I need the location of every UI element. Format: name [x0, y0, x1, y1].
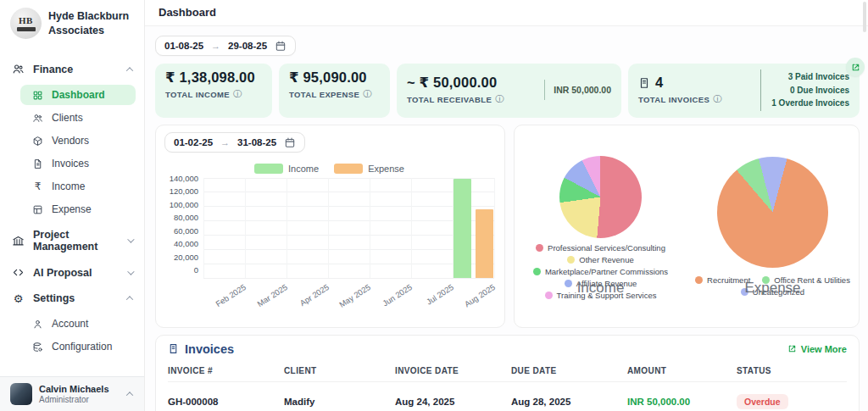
stats-row: ₹ 1,38,098.00 TOTAL INCOME ⓘ ₹ 95,090.00… [155, 64, 860, 118]
pie-legend-item[interactable]: Professional Services/Consulting [536, 243, 665, 253]
total-expense-label: TOTAL EXPENSE ⓘ [289, 88, 380, 100]
bar-y-axis: 140,000120,000100,00080,00060,00040,0002… [164, 175, 203, 275]
page-title: Dashboard [145, 0, 868, 26]
charts-row: 01-02-25 → 31-08-25 IncomeExpense 140,00… [155, 125, 860, 328]
legend-swatch [254, 164, 283, 174]
pie-legend-item[interactable]: Training & Support Services [545, 291, 657, 300]
sidebar-item-invoices[interactable]: Invoices [20, 153, 136, 174]
total-invoices-value: 4 [638, 75, 722, 91]
total-income-value: ₹ 1,38,098.00 [165, 69, 262, 86]
view-more-link[interactable]: View More [787, 344, 847, 354]
external-link-icon [851, 63, 860, 72]
summary-date-range[interactable]: 01-08-25 → 29-08-25 [155, 36, 296, 56]
column-header: STATUS [737, 359, 847, 382]
scrollbar-thumb[interactable] [863, 2, 866, 32]
table-row[interactable]: GH-000008MadifyAug 24, 2025Aug 28, 2025I… [168, 386, 847, 411]
pie-legend-item[interactable]: Other Revenue [567, 255, 633, 264]
x-axis-label: Feb 2025 [214, 282, 248, 308]
y-axis-tick: 100,000 [164, 201, 198, 209]
pie-legend-item[interactable]: Recruitment [695, 275, 750, 285]
external-link-icon [787, 344, 797, 353]
sidebar-item-expense[interactable]: Expense [20, 199, 136, 219]
x-axis-label: Jul 2025 [425, 282, 455, 307]
item-label: Dashboard [52, 89, 105, 101]
logo-band [17, 27, 36, 31]
info-icon[interactable]: ⓘ [233, 88, 242, 100]
legend-dot [741, 288, 748, 296]
pie-legend-item[interactable]: Affiliate Revenue [565, 279, 637, 288]
column-header: INVOICE DATE [395, 359, 511, 382]
total-income-card: ₹ 1,38,098.00 TOTAL INCOME ⓘ [155, 64, 272, 118]
sidebar-item-account[interactable]: Account [20, 314, 136, 334]
x-axis-label: Apr 2025 [298, 282, 331, 308]
person-icon [32, 319, 43, 330]
column-header: AMOUNT [627, 359, 737, 382]
invoice-breakdown: 3 Paid Invoices 0 Due Invoices 1 Overdue… [760, 69, 849, 111]
legend-dot [567, 256, 575, 264]
info-icon[interactable]: ⓘ [713, 93, 721, 105]
sidebar-item-clients[interactable]: Clients [20, 108, 136, 128]
pie-legend-item[interactable]: Office Rent & Utilities [762, 275, 850, 285]
sidebar-item-income[interactable]: ₹ Income [20, 176, 136, 197]
pie-legend-item[interactable]: Marketplace/Partner Commissions [533, 267, 668, 276]
legend-item-expense[interactable]: Expense [334, 164, 404, 174]
building-icon [12, 235, 25, 247]
x-axis-label: Jun 2025 [381, 282, 414, 308]
y-axis-tick: 80,000 [164, 214, 198, 222]
bar-income [453, 179, 471, 277]
logo-monogram: HB [19, 16, 33, 25]
due-invoices-count: 0 Due Invoices [771, 84, 849, 97]
column-header: DUE DATE [511, 359, 627, 382]
item-label: Account [52, 318, 88, 330]
arrow-icon: → [220, 137, 230, 147]
income-pie-section: Professional Services/ConsultingOther Re… [515, 125, 687, 327]
calendar-icon [284, 136, 296, 148]
vendors-box-icon [32, 136, 43, 147]
chevron-up-icon [126, 392, 133, 398]
sidebar-item-configuration[interactable]: Configuration [20, 336, 136, 357]
sidebar-item-vendors[interactable]: Vendors [20, 131, 136, 151]
chevron-up-icon [126, 67, 133, 74]
chevron-up-icon [126, 296, 133, 303]
sidebar-group-finance[interactable]: Finance [0, 56, 144, 82]
calendar-icon [275, 40, 287, 52]
sidebar-group-settings[interactable]: ⚙ Settings [0, 286, 144, 311]
amount: INR 50,000.00 [627, 386, 737, 411]
item-label: Income [52, 181, 85, 192]
chart-date-range[interactable]: 01-02-25 → 31-08-25 [164, 132, 305, 153]
item-label: Invoices [52, 158, 89, 169]
pie-legend-item[interactable]: Uncategorized [741, 287, 804, 297]
info-icon[interactable]: ⓘ [495, 93, 504, 105]
legend-dot [536, 244, 543, 252]
pie-income-chart [559, 156, 642, 238]
due-date: Aug 28, 2025 [511, 386, 627, 411]
info-icon[interactable]: ⓘ [363, 88, 371, 100]
chevron-down-icon [127, 268, 134, 275]
range-end: 29-08-25 [228, 41, 267, 51]
legend-item-income[interactable]: Income [254, 164, 319, 174]
dashboard-grid-icon [32, 90, 43, 101]
item-label: Clients [52, 112, 83, 124]
open-invoices-button[interactable] [846, 58, 865, 76]
y-axis-tick: 140,000 [164, 175, 198, 183]
total-income-label: TOTAL INCOME ⓘ [165, 88, 262, 100]
x-axis-label: Mar 2025 [255, 282, 289, 308]
user-menu[interactable]: Calvin Michaels Administrator [0, 376, 144, 411]
gear-icon: ⚙ [12, 293, 25, 304]
overdue-invoices-count: 1 Overdue Invoices [771, 97, 849, 110]
item-label: Vendors [52, 135, 89, 147]
sidebar-item-dashboard[interactable]: Dashboard [20, 85, 136, 105]
group-label: Finance [33, 64, 73, 75]
group-label: AI Proposal [33, 267, 92, 279]
sidebar-group-project-management[interactable]: Project Management [0, 222, 144, 259]
clients-icon [32, 113, 43, 124]
invoices-panel-title: Invoices [168, 342, 234, 356]
income-expense-bar-chart-card: 01-02-25 → 31-08-25 IncomeExpense 140,00… [155, 125, 505, 328]
x-axis-label: May 2025 [337, 282, 372, 309]
sidebar-group-ai-proposal[interactable]: AI Proposal [0, 259, 144, 286]
company-logo: HB [10, 8, 42, 39]
column-header: INVOICE # [168, 359, 284, 382]
chevron-down-icon [127, 236, 134, 242]
x-axis-label: Aug 2025 [463, 282, 497, 308]
bar-legend: IncomeExpense [164, 164, 494, 174]
